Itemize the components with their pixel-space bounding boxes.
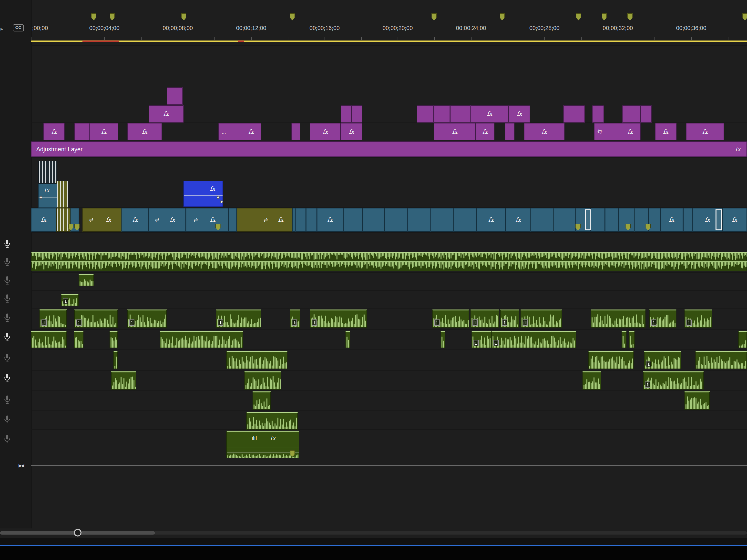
video-clip[interactable]: fx bbox=[38, 184, 57, 208]
sequence-marker-icon[interactable] bbox=[576, 13, 582, 20]
audio-clip[interactable]: 1 bbox=[216, 309, 261, 327]
video-clip[interactable]: 每...fx bbox=[594, 123, 641, 140]
video-clip[interactable] bbox=[431, 208, 454, 232]
video-clip[interactable]: fx bbox=[524, 123, 565, 140]
video-clip[interactable]: fx bbox=[471, 105, 509, 122]
track-mic-icon[interactable] bbox=[4, 276, 10, 285]
video-clip[interactable] bbox=[56, 181, 68, 208]
video-clip[interactable] bbox=[683, 208, 693, 232]
audio-clip[interactable]: 1 bbox=[685, 309, 712, 327]
audio-clip[interactable]: 1 bbox=[643, 371, 704, 389]
audio-clip[interactable]: 1 bbox=[61, 294, 79, 306]
video-clip[interactable]: ⇄fx bbox=[149, 208, 186, 232]
audio-clip[interactable]: 1 bbox=[472, 331, 492, 348]
sequence-marker-icon[interactable] bbox=[181, 13, 186, 20]
video-clip[interactable] bbox=[362, 208, 385, 232]
video-clip[interactable] bbox=[166, 87, 182, 105]
video-clip[interactable]: fx bbox=[122, 208, 149, 232]
track-mic-icon[interactable] bbox=[4, 294, 10, 303]
video-clip[interactable]: ⇄fx bbox=[237, 208, 292, 232]
audio-clip[interactable] bbox=[441, 331, 445, 348]
sequence-marker-icon[interactable] bbox=[602, 13, 607, 20]
video-clip[interactable] bbox=[553, 208, 575, 232]
keyframe-dot[interactable] bbox=[217, 196, 220, 199]
through-edit-indicator[interactable] bbox=[585, 209, 591, 231]
audio-clip[interactable]: 1 bbox=[289, 309, 300, 327]
audio-clip[interactable]: 1 bbox=[127, 309, 167, 327]
sequence-marker-icon[interactable] bbox=[432, 13, 437, 20]
audio-clip[interactable] bbox=[160, 331, 243, 348]
audio-clip[interactable] bbox=[246, 412, 298, 430]
audio-clip[interactable] bbox=[622, 331, 626, 348]
sequence-marker-icon[interactable] bbox=[289, 13, 295, 20]
video-clip[interactable] bbox=[531, 208, 554, 232]
video-clip[interactable] bbox=[408, 208, 431, 232]
audio-clip[interactable]: 1 bbox=[492, 331, 577, 348]
filmstrip-clip[interactable] bbox=[38, 161, 57, 184]
video-clip[interactable]: fx bbox=[340, 123, 362, 140]
audio-clip[interactable] bbox=[111, 371, 136, 389]
audio-clip[interactable] bbox=[253, 391, 271, 409]
video-clip[interactable]: fx bbox=[722, 208, 747, 232]
video-clip[interactable] bbox=[605, 208, 618, 232]
collapsed-track-icon[interactable]: ▶◀ bbox=[19, 463, 23, 468]
through-edit-indicator[interactable] bbox=[716, 209, 722, 231]
audio-clip[interactable] bbox=[345, 331, 350, 348]
video-clip[interactable] bbox=[649, 208, 660, 232]
audio-clip[interactable]: 1 bbox=[649, 309, 676, 327]
video-clip[interactable] bbox=[292, 208, 295, 232]
video-clip[interactable] bbox=[291, 123, 300, 140]
track-mic-icon[interactable] bbox=[4, 374, 10, 382]
video-clip[interactable]: fx bbox=[476, 123, 494, 140]
video-clip[interactable]: fx bbox=[149, 105, 183, 122]
audio-clip[interactable] bbox=[110, 331, 118, 348]
audio-clip[interactable] bbox=[696, 351, 747, 369]
audio-clip[interactable]: 1 bbox=[500, 309, 519, 327]
video-clip[interactable]: ...fx bbox=[218, 123, 261, 140]
video-clip[interactable] bbox=[343, 208, 362, 232]
keyframe-dot[interactable] bbox=[40, 196, 43, 199]
track-mic-icon[interactable] bbox=[4, 395, 10, 404]
track-mic-icon[interactable] bbox=[4, 332, 10, 342]
video-clip[interactable] bbox=[563, 105, 585, 122]
video-clip[interactable]: fx bbox=[31, 208, 56, 232]
audio-clip[interactable] bbox=[244, 371, 281, 389]
video-clip[interactable] bbox=[505, 123, 515, 140]
sequence-marker-icon[interactable] bbox=[110, 13, 115, 20]
track-mic-icon[interactable] bbox=[4, 353, 10, 363]
video-clip[interactable]: fx bbox=[434, 123, 476, 140]
audio-clip[interactable] bbox=[738, 331, 747, 348]
audio-clip[interactable] bbox=[591, 309, 645, 327]
sequence-marker-icon[interactable] bbox=[742, 13, 747, 20]
audio-clip[interactable] bbox=[588, 351, 634, 369]
video-clip[interactable] bbox=[434, 105, 450, 122]
video-clip[interactable]: fx bbox=[509, 105, 530, 122]
sequence-marker-icon[interactable] bbox=[627, 13, 633, 20]
audio-clip[interactable]: 1 bbox=[433, 309, 469, 327]
sequence-marker-icon[interactable] bbox=[91, 13, 96, 20]
video-clip[interactable]: fx bbox=[317, 208, 343, 232]
audio-clip[interactable] bbox=[74, 331, 84, 348]
audio-clip[interactable] bbox=[685, 391, 710, 409]
video-clip[interactable] bbox=[306, 208, 317, 232]
video-clip[interactable]: fx bbox=[89, 123, 118, 140]
track-mic-icon[interactable] bbox=[4, 415, 10, 424]
video-clip[interactable]: fx bbox=[476, 208, 506, 232]
video-clip[interactable]: fx bbox=[506, 208, 531, 232]
selected-video-clip[interactable]: fx bbox=[183, 181, 223, 207]
adjustment-layer-clip[interactable]: Adjustment Layerfx bbox=[31, 141, 747, 157]
audio-clip[interactable] bbox=[31, 331, 67, 348]
video-clip[interactable] bbox=[74, 123, 89, 140]
audio-clip[interactable]: 1 bbox=[644, 351, 681, 369]
video-clip[interactable] bbox=[295, 208, 306, 232]
audio-clip[interactable]: 1 bbox=[521, 309, 562, 327]
video-clip[interactable] bbox=[454, 208, 476, 232]
track-mic-icon[interactable] bbox=[4, 239, 10, 248]
audio-clip[interactable]: 1 bbox=[74, 309, 118, 327]
video-clip[interactable]: fx bbox=[127, 123, 162, 140]
audio-master-clip[interactable] bbox=[31, 252, 747, 271]
keyframe-dot[interactable] bbox=[220, 201, 223, 204]
audio-clip[interactable] bbox=[583, 371, 601, 389]
video-clip[interactable] bbox=[450, 105, 470, 122]
video-clip[interactable] bbox=[56, 208, 71, 232]
